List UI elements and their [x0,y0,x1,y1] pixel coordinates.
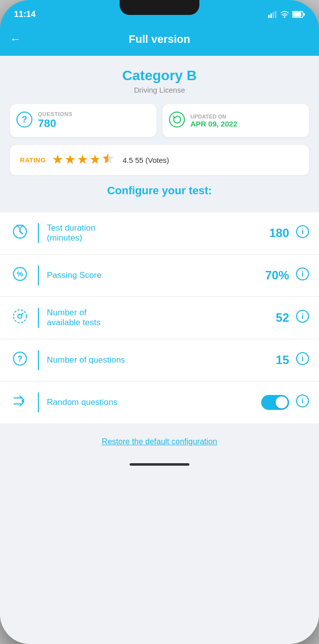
passing-score-value: 70% [265,268,289,282]
test-duration-value: 180 [269,226,289,240]
configure-title: Configure your test: [10,184,309,202]
svg-text:?: ? [22,115,27,125]
rating-label: RATING [20,156,46,164]
signal-icon [268,11,277,18]
random-questions-toggle[interactable] [261,395,289,410]
info-cards: ? QUESTIONS 780 [10,104,309,137]
questions-label: QUESTIONS [38,111,72,117]
svg-text:i: i [302,228,304,236]
updated-text: UPDATED ON APR 09, 2022 [190,114,237,128]
rating-card: RATING ★ ★ ★ ★ [10,145,309,175]
svg-text:i: i [302,312,304,320]
rating-score-text: 4.5 55 (Votes) [123,156,169,164]
num-questions-label: Number of questions [47,355,276,365]
divider [38,265,39,285]
questions-card: ? QUESTIONS 780 [10,104,157,137]
num-questions-row[interactable]: ? Number of questions 15 i [0,339,319,382]
divider [38,392,39,412]
star-4: ★ [89,152,101,168]
svg-rect-5 [304,13,305,16]
updated-card: UPDATED ON APR 09, 2022 [162,104,309,137]
svg-rect-0 [268,15,270,18]
svg-line-12 [20,232,22,234]
config-section: Test duration(minutes) 180 i % [0,212,319,423]
random-questions-label: Random questions [47,397,261,407]
svg-line-23 [21,313,23,315]
available-tests-row[interactable]: Number ofavailable tests 52 i [0,297,319,339]
battery-icon [292,11,305,18]
svg-rect-6 [293,12,302,17]
restore-link[interactable]: Restore the default configuration [102,437,217,446]
wifi-icon [280,11,289,18]
clock-icon [10,224,30,243]
header-title: Full version [129,33,190,46]
svg-point-9 [169,112,184,127]
updated-value: APR 09, 2022 [190,120,237,128]
footer-section: Restore the default configuration [0,423,319,458]
star-1: ★ [52,152,63,168]
phone-shell: 11:14 [0,0,319,644]
top-section: Category B Driving License ? QUESTIONS [0,56,319,212]
percent-icon: % [10,266,30,285]
svg-rect-3 [275,11,277,18]
home-bar [130,463,189,466]
shuffle-icon [10,393,30,412]
category-title: Category B [10,68,309,84]
notch [120,0,199,15]
test-duration-row[interactable]: Test duration(minutes) 180 i [0,212,319,255]
star-3: ★ [77,152,88,168]
test-duration-info[interactable]: i [296,225,309,241]
stars: ★ ★ ★ ★ [52,152,115,168]
passing-score-row[interactable]: % Passing Score 70% i [0,255,319,297]
divider [38,223,39,243]
updated-icon [168,111,185,130]
questions-text: QUESTIONS 780 [38,111,72,130]
svg-point-21 [13,310,26,323]
svg-text:i: i [302,270,304,278]
passing-score-info[interactable]: i [296,267,309,283]
svg-text:i: i [302,397,304,405]
test-duration-label: Test duration(minutes) [47,223,269,243]
passing-score-label: Passing Score [47,270,265,280]
status-icons [268,11,305,18]
star-half [102,152,115,168]
divider [38,308,39,328]
divider [38,350,39,370]
question-icon: ? [10,351,30,370]
questions-icon: ? [16,111,33,130]
phone-screen: 11:14 [0,0,319,644]
available-tests-info[interactable]: i [296,310,309,326]
toggle-knob [276,396,288,408]
svg-rect-1 [271,13,272,18]
star-2: ★ [64,152,76,168]
status-time: 11:14 [14,9,35,19]
home-indicator [0,458,319,476]
category-subtitle: Driving License [10,86,309,94]
counter-icon [10,308,30,328]
questions-value: 780 [38,117,72,130]
available-tests-label: Number ofavailable tests [47,308,276,328]
num-questions-value: 15 [276,353,289,367]
back-button[interactable]: ← [10,33,21,46]
main-content: Category B Driving License ? QUESTIONS [0,56,319,644]
available-tests-value: 52 [276,311,289,325]
app-header: ← Full version [0,26,319,56]
random-questions-info[interactable]: i [296,394,309,410]
random-questions-row[interactable]: Random questions i [0,382,319,423]
svg-text:%: % [17,270,23,278]
updated-label: UPDATED ON [190,114,237,120]
svg-text:?: ? [17,355,22,363]
num-questions-info[interactable]: i [296,352,309,368]
svg-rect-2 [273,12,274,18]
svg-text:i: i [302,355,304,363]
